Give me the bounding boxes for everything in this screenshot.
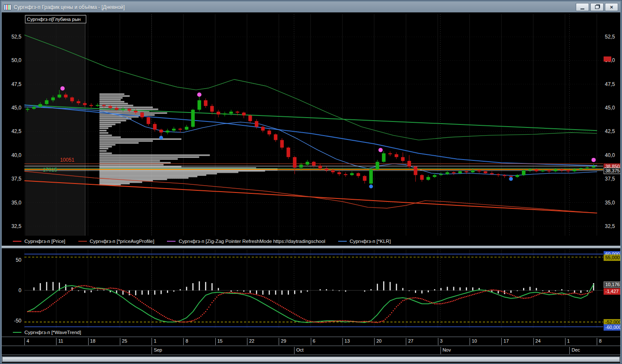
candle (477, 170, 481, 171)
time-axis-tick (56, 338, 57, 345)
time-axis-day-label: 22 (249, 338, 254, 343)
candle (89, 105, 93, 106)
candle (420, 175, 423, 180)
candle (32, 107, 36, 109)
price-axis-tick: 50,0 (12, 58, 21, 63)
time-axis-tick (215, 338, 216, 345)
price-axis-tick: 35,0 (605, 200, 615, 205)
time-axis-day-label: 1 (154, 338, 156, 343)
time-axis-day-label: 6 (313, 338, 315, 343)
price-chart-legend: Сургнфгз-п [Price]Сургнфгз-п [*priceAvgP… (2, 237, 620, 245)
candle (204, 100, 207, 106)
wavetrend-panel: 500-50 60,00055,000-52,000-60,00010,176-… (2, 249, 620, 329)
candle (566, 170, 570, 171)
time-axis-tick (279, 338, 279, 345)
series-label: Сургнфгз-п [*WaveTrend] (24, 330, 81, 335)
candle (217, 112, 220, 115)
time-axis-tick (183, 338, 184, 345)
candle (458, 172, 462, 173)
time-axis-month-label: Nov (443, 347, 451, 352)
candle (401, 157, 405, 161)
candle (350, 173, 354, 175)
legend-item[interactable]: Сургнфгз-п [Zig-Zag Pointer RefreshMode … (167, 239, 325, 244)
time-axis-tick (501, 338, 502, 345)
candle (528, 169, 532, 170)
series-color-swatch (78, 241, 87, 242)
candle (535, 169, 538, 171)
candle (395, 154, 398, 157)
time-axis-tick (406, 338, 406, 345)
restore-button[interactable] (590, 3, 604, 11)
restore-icon (595, 5, 599, 9)
app-window: Сургнфгз-п График цены и объёма - [Дневн… (0, 0, 622, 364)
price-axis-tick: 47,5 (12, 82, 21, 87)
klr-signal-dot (509, 177, 513, 181)
horizontal-scrollbar[interactable] (2, 356, 620, 362)
chart-client-area: 52,550,047,545,042,540,037,535,032,5 100… (2, 12, 620, 363)
candle (522, 170, 525, 175)
time-axis-day-label: 10 (472, 338, 477, 343)
candle (229, 112, 233, 113)
close-icon: × (610, 4, 613, 10)
time-axis-day-label: 29 (281, 338, 286, 343)
series-label: Сургнфгз-п [Zig-Zag Pointer RefreshMode … (179, 239, 325, 244)
candle (26, 109, 29, 109)
window-controls: × (576, 3, 618, 11)
candle (433, 175, 436, 177)
candle (306, 162, 309, 165)
time-axis-days: 4111825181522296132027310172418 (2, 337, 620, 346)
series-color-swatch (13, 241, 21, 242)
axis-alert-marker (604, 56, 611, 62)
wt-current-value-tag: -1,427 (604, 288, 620, 295)
zigzag-signal-dot (60, 86, 65, 91)
scrollbar-thumb[interactable] (2, 357, 620, 362)
price-chart-panel: 52,550,047,545,042,540,037,535,032,5 100… (2, 13, 620, 237)
time-axis-day-label: 1 (567, 338, 570, 343)
legend-item[interactable]: Сургнфгз-п [*WaveTrend] (13, 330, 81, 335)
time-axis-tick (438, 338, 438, 345)
minimize-icon (580, 9, 584, 9)
candle (592, 166, 595, 167)
legend-item[interactable]: Сургнфгз-п [*priceAvgProfile] (78, 239, 155, 244)
candle (261, 127, 265, 130)
candle (484, 172, 487, 173)
time-axis-tick (24, 338, 25, 345)
candle (115, 108, 118, 109)
candle (408, 161, 411, 166)
panel-splitter[interactable] (2, 246, 620, 249)
price-axis-tick: 40,0 (605, 153, 615, 158)
candle (344, 174, 347, 175)
klr-signal-dot (369, 184, 373, 188)
time-axis-tick (374, 338, 375, 345)
wt-level-tag: -60,000 (604, 324, 620, 331)
time-axis-day-label: 24 (536, 338, 541, 343)
series-label: Сургнфгз-п [*KLR] (350, 239, 391, 244)
minimize-button[interactable] (576, 3, 589, 11)
candle (471, 170, 474, 172)
legend-item[interactable]: Сургнфгз-п [Price] (13, 239, 65, 244)
zigzag-signal-dot (592, 158, 596, 162)
time-axis-tick (440, 347, 441, 354)
price-chart[interactable]: 1005117015Сургнфгз-п[Глубина рын (24, 14, 603, 236)
candle (446, 172, 449, 174)
candle (509, 176, 512, 177)
time-axis-tick (120, 338, 120, 345)
zigzag-signal-dot (378, 148, 383, 152)
time-axis-day-label: 11 (58, 338, 63, 343)
time-axis-tick (152, 347, 152, 354)
time-axis[interactable]: 4111825181522296132027310172418 SepOctNo… (2, 337, 620, 355)
legend-item[interactable]: Сургнфгз-п [*KLR] (338, 239, 391, 244)
time-axis-month-label: Oct (296, 347, 304, 352)
candle (134, 111, 137, 112)
time-axis-tick (565, 338, 565, 345)
time-axis-day-label: 8 (185, 338, 188, 343)
price-axis-tick: 42,5 (605, 129, 615, 134)
wavetrend-chart[interactable] (24, 249, 603, 328)
candle (312, 162, 315, 166)
window-title: Сургнфгз-п График цены и объёма - [Дневн… (14, 4, 573, 10)
titlebar[interactable]: Сургнфгз-п График цены и объёма - [Дневн… (2, 2, 620, 12)
candle (223, 113, 226, 114)
time-axis-tick (311, 338, 311, 345)
close-button[interactable]: × (605, 3, 618, 11)
candle (166, 130, 169, 132)
